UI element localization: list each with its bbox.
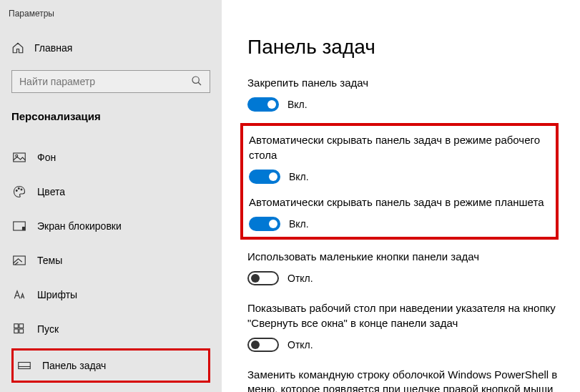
setting-label: Показывать рабочий стол при наведении ук… [247,301,559,330]
toggle-state-text: Вкл. [289,218,309,230]
lockscreen-icon [13,220,26,232]
search-input[interactable] [19,76,191,87]
section-title: Персонализация [11,110,210,122]
highlighted-group: Автоматически скрывать панель задач в ре… [240,123,559,240]
home-link[interactable]: Главная [11,39,210,57]
page-title: Панель задач [247,36,559,59]
setting-label: Заменить командную строку оболочкой Wind… [247,368,559,392]
sidebar-item-background[interactable]: Фон [11,142,210,172]
sidebar-item-label: Фон [37,152,56,163]
sidebar-item-fonts[interactable]: Шрифты [11,280,210,310]
toggle-peek-desktop[interactable] [247,338,279,352]
main-panel: Панель задач Закрепить панель задач Вкл.… [222,0,580,392]
svg-line-1 [198,82,201,85]
window-title: Параметры [9,9,210,19]
svg-point-0 [192,77,199,83]
toggle-lock-taskbar[interactable] [247,97,279,112]
svg-point-5 [18,188,19,190]
sidebar-item-label: Пуск [37,323,59,335]
search-box[interactable] [11,70,210,93]
toggle-autohide-desktop[interactable] [249,170,280,184]
sidebar-item-taskbar[interactable]: Панель задач [11,348,210,383]
start-icon [13,323,26,335]
toggle-autohide-tablet[interactable] [249,217,280,231]
themes-icon [13,254,26,267]
palette-icon [13,185,26,198]
search-icon [191,75,202,89]
svg-rect-8 [23,227,25,230]
svg-rect-11 [19,324,24,328]
setting-small-buttons: Использовать маленькие кнопки панели зад… [247,250,559,285]
svg-rect-9 [14,256,26,265]
sidebar-item-lockscreen[interactable]: Экран блокировки [11,211,210,241]
picture-icon [13,151,26,164]
toggle-small-buttons[interactable] [247,271,279,285]
fonts-icon [13,288,26,301]
setting-label: Автоматически скрывать панель задач в ре… [249,133,550,162]
sidebar: Параметры Главная Персонализация Фон Цве… [0,0,222,392]
toggle-state-text: Откл. [287,339,313,351]
svg-rect-13 [19,329,24,333]
setting-label: Использовать маленькие кнопки панели зад… [247,250,559,264]
setting-lock-taskbar: Закрепить панель задач Вкл. [247,76,559,112]
sidebar-item-label: Цвета [37,186,65,197]
sidebar-item-themes[interactable]: Темы [11,245,210,275]
home-icon [11,41,24,54]
toggle-state-text: Вкл. [287,99,308,110]
sidebar-item-colors[interactable]: Цвета [11,177,210,207]
svg-point-4 [16,190,17,192]
sidebar-item-start[interactable]: Пуск [11,314,210,344]
sidebar-item-label: Темы [37,255,62,266]
home-label: Главная [34,42,72,54]
svg-rect-12 [14,329,19,333]
setting-label: Автоматически скрывать панель задач в ре… [249,195,550,210]
svg-point-6 [21,189,22,190]
svg-rect-14 [19,363,31,369]
toggle-state-text: Откл. [287,273,313,284]
taskbar-icon [18,359,31,372]
sidebar-item-label: Экран блокировки [37,220,122,232]
toggle-state-text: Вкл. [289,171,309,182]
sidebar-item-label: Панель задач [42,360,106,371]
setting-autohide-tablet: Автоматически скрывать панель задач в ре… [249,195,550,231]
svg-rect-10 [14,324,19,328]
setting-label: Закрепить панель задач [247,76,559,90]
setting-powershell-replace: Заменить командную строку оболочкой Wind… [247,368,559,392]
svg-rect-2 [14,153,26,162]
sidebar-item-label: Шрифты [37,289,77,300]
setting-autohide-desktop: Автоматически скрывать панель задач в ре… [249,133,550,184]
setting-peek-desktop: Показывать рабочий стол при наведении ук… [247,301,559,352]
